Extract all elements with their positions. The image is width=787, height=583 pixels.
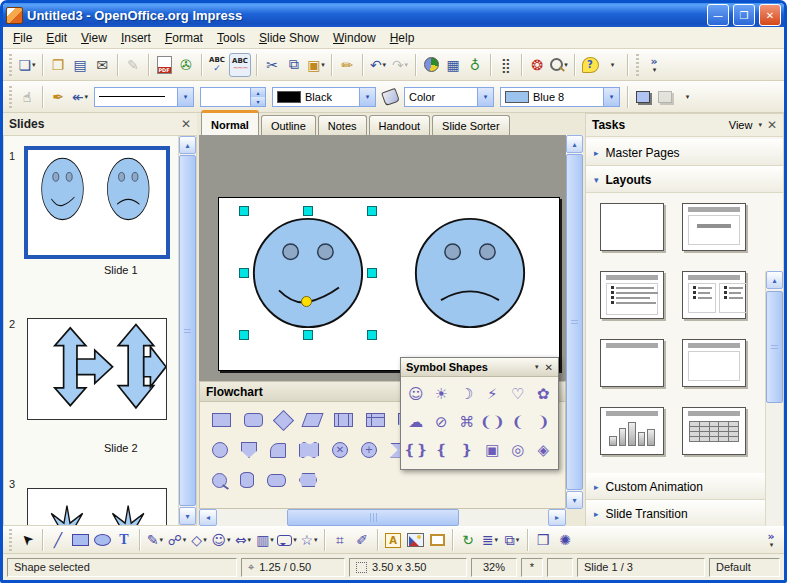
layout-title-content[interactable] [682, 203, 746, 251]
menu-insert[interactable]: Insert [114, 28, 158, 48]
drawbar-overflow[interactable]: »▾ [761, 529, 781, 551]
menu-edit[interactable]: Edit [39, 28, 74, 48]
symbol-flower-icon[interactable]: ✿ [531, 380, 557, 408]
combo-arrow-icon[interactable]: ▾ [477, 88, 493, 106]
cut-button[interactable]: ✂ [262, 54, 282, 76]
line-width-spinner[interactable]: ▴▾ [250, 88, 265, 106]
frown-shape[interactable] [416, 219, 524, 327]
extrusion-tool[interactable]: ❒ [533, 529, 553, 551]
toolbar-grip[interactable] [9, 54, 12, 76]
flowchart-magnetic-disc-shape[interactable] [240, 472, 254, 488]
connector-tool[interactable]: ☍▾ [167, 529, 187, 551]
combo-arrow-icon[interactable]: ▾ [603, 88, 619, 106]
maximize-button[interactable]: ❐ [733, 4, 755, 26]
layout-title-empty-content[interactable] [682, 339, 746, 387]
toolbar-options-button[interactable]: ▾ [602, 54, 622, 76]
edit-points-tool[interactable]: ⌗ [330, 529, 350, 551]
adjustment-handle[interactable] [301, 296, 312, 307]
section-custom-animation[interactable]: ▸ Custom Animation [586, 473, 783, 500]
palette-dropdown-icon[interactable]: ▾ [535, 363, 539, 371]
save-button[interactable]: ▤ [70, 54, 90, 76]
section-master-pages[interactable]: ▸ Master Pages [586, 139, 783, 166]
line-color-select[interactable]: Black ▾ [272, 87, 376, 107]
flowchart-tool[interactable]: ▥▾ [255, 529, 275, 551]
edit-points-mode-button[interactable]: ☝ [17, 86, 37, 108]
symbol-moon-icon[interactable]: ☽ [454, 380, 480, 408]
scroll-left-icon[interactable]: ◂ [199, 509, 217, 526]
layout-title-two-content[interactable] [682, 271, 746, 319]
flowchart-paper-tape-shape[interactable] [299, 442, 319, 458]
arrow-style-button[interactable]: ↞▾ [70, 86, 90, 108]
scroll-up-icon[interactable]: ▴ [766, 271, 783, 289]
tasks-close-icon[interactable]: ✕ [767, 118, 777, 132]
selection-handle[interactable] [239, 206, 249, 216]
flowchart-summing-junction-shape[interactable]: ✕ [332, 442, 348, 458]
symbol-smiley-icon[interactable]: ☺ [403, 380, 429, 408]
help-button[interactable]: ? [580, 54, 600, 76]
palette-close-icon[interactable]: ✕ [545, 362, 553, 373]
page-style-field[interactable]: Default [709, 558, 780, 577]
symbol-cloud-icon[interactable]: ☁ [403, 408, 429, 436]
symbol-prohibited-icon[interactable]: ⊘ [429, 408, 455, 436]
ellipse-tool[interactable] [92, 529, 112, 551]
flowchart-process-shape[interactable] [212, 413, 231, 427]
selection-handle[interactable] [367, 206, 377, 216]
menu-slide-show[interactable]: Slide Show [252, 28, 326, 48]
tab-slide-sorter[interactable]: Slide Sorter [432, 115, 509, 135]
canvas-hscroll-thumb[interactable] [287, 509, 459, 526]
toolbar-grip[interactable] [636, 54, 639, 76]
menu-file[interactable]: File [6, 28, 39, 48]
copy-button[interactable]: ⧉ [284, 54, 304, 76]
cursor-position-field[interactable]: ⌖1.25 / 0.50 [241, 558, 345, 577]
curve-tool[interactable]: ✎▾ [145, 529, 165, 551]
scroll-right-icon[interactable]: ▸ [548, 509, 566, 526]
menu-tools[interactable]: Tools [210, 28, 252, 48]
layout-title-table[interactable] [682, 407, 746, 455]
menu-format[interactable]: Format [158, 28, 210, 48]
slide-2-thumbnail[interactable] [27, 318, 167, 420]
symbol-double-brace-icon[interactable]: ❴❵ [403, 436, 429, 464]
display-grid-button[interactable]: ⣿ [496, 54, 516, 76]
block-arrows-tool[interactable]: ⇔▾ [233, 529, 253, 551]
flowchart-connector-shape[interactable] [212, 442, 228, 458]
fill-color-select[interactable]: Blue 8 ▾ [500, 87, 620, 107]
layout-blank[interactable] [600, 203, 664, 251]
slide-canvas[interactable] [218, 197, 560, 371]
tasks-view-menu[interactable]: View [729, 119, 753, 131]
canvas-vertical-scrollbar[interactable]: ▴ ▾ [566, 135, 583, 509]
combo-arrow-icon[interactable]: ▾ [359, 88, 375, 106]
layout-title-bullets[interactable] [600, 271, 664, 319]
scroll-down-icon[interactable]: ▾ [179, 507, 196, 525]
rectangle-tool[interactable] [70, 529, 90, 551]
shadow-style-button[interactable] [655, 86, 675, 108]
zoom-field[interactable]: 32% [471, 558, 517, 577]
presentation-toolbar-overflow[interactable]: »▾ [644, 54, 664, 76]
flowchart-alternate-process-shape[interactable] [244, 413, 263, 427]
shadow-button[interactable] [633, 86, 653, 108]
canvas-horizontal-scrollbar[interactable]: ◂ ▸ [199, 509, 566, 526]
tab-notes[interactable]: Notes [318, 115, 367, 135]
redo-button[interactable]: ↷▾ [390, 54, 410, 76]
minimize-button[interactable]: — [707, 4, 729, 26]
symbol-puzzle-icon[interactable]: ⌘ [454, 408, 480, 436]
area-dialog-button[interactable] [380, 86, 400, 108]
line-dialog-button[interactable]: ✒ [48, 86, 68, 108]
section-layouts[interactable]: ▾ Layouts [586, 166, 783, 193]
toolbar-grip[interactable] [9, 529, 12, 551]
email-button[interactable]: ✉ [92, 54, 112, 76]
slide-1-thumbnail[interactable] [24, 146, 170, 259]
menu-view[interactable]: View [74, 28, 114, 48]
navigator-button[interactable]: ❂ [527, 54, 547, 76]
object-size-field[interactable]: 3.50 x 3.50 [349, 558, 467, 577]
toolbar-options-button[interactable]: ▾ [677, 86, 697, 108]
insert-table-button[interactable]: ▦ [443, 54, 463, 76]
slides-scrollbar-thumb[interactable] [179, 155, 196, 506]
symbol-square-bevel-icon[interactable]: ▣ [480, 436, 506, 464]
print-button[interactable]: ✇ [176, 54, 196, 76]
align-tool[interactable]: ≣▾ [480, 529, 500, 551]
animation-tool[interactable]: ✺ [555, 529, 575, 551]
menu-window[interactable]: Window [326, 28, 383, 48]
toolbar-grip[interactable] [9, 86, 12, 108]
flowchart-sequential-access-shape[interactable] [212, 473, 227, 488]
rotate-tool[interactable]: ↻ [458, 529, 478, 551]
